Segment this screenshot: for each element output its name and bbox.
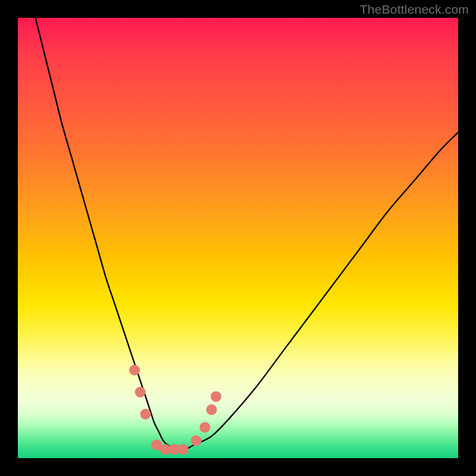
data-marker xyxy=(191,435,202,446)
data-marker xyxy=(178,444,189,455)
data-marker xyxy=(206,405,217,415)
plot-area xyxy=(18,18,458,458)
data-marker xyxy=(135,387,146,397)
data-marker xyxy=(140,409,151,419)
chart-svg xyxy=(18,18,458,458)
data-curve xyxy=(36,18,458,450)
watermark-text: TheBottleneck.com xyxy=(360,2,469,17)
data-marker xyxy=(211,391,221,402)
data-marker xyxy=(129,365,140,375)
chart-frame: TheBottleneck.com xyxy=(0,0,476,476)
data-marker xyxy=(200,422,211,433)
data-markers xyxy=(129,365,221,455)
